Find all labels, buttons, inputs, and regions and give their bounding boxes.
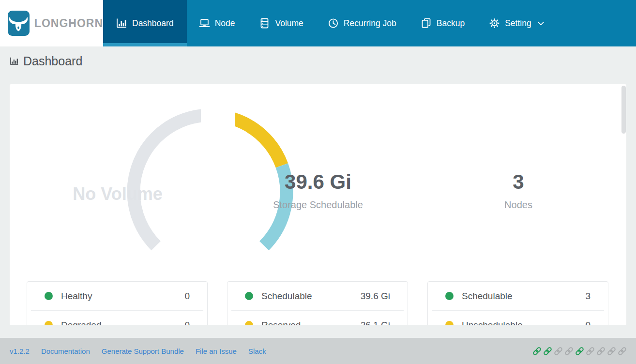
nav-item-backup[interactable]: Backup [409,0,477,46]
nav-item-dashboard[interactable]: Dashboard [103,0,187,46]
nav-item-label: Node [215,18,235,29]
nav-item-node[interactable]: Node [187,0,247,46]
node-icon [199,18,210,29]
top-navbar: LONGHORN Dashboard Node Volume Recurring… [0,0,636,46]
gauge-column: 3 Nodes Schedulable 3 Unschedulable 0 [418,84,619,325]
nav-item-recurring-job[interactable]: Recurring Job [316,0,409,46]
gauge-column: 39.6 Gi Storage Schedulable Schedulable … [218,84,418,325]
nav-item-label: Backup [437,18,465,29]
nav-item-label: Recurring Job [344,18,396,29]
footer-bar: v1.2.2DocumentationGenerate Support Bund… [0,338,636,364]
chain-link-icon-gray [585,347,595,355]
nav-item-label: Volume [275,18,303,29]
backup-icon [421,18,432,29]
legend-value: 0 [184,320,190,326]
legend-value: 3 [585,291,591,302]
legend-status-dot [245,321,253,325]
chain-link-icon-green [575,347,585,355]
scrollbar-thumb[interactable] [621,86,626,134]
node-link-indicators [532,347,627,355]
recurring-job-icon [328,18,339,29]
legend-label: Unschedulable [462,320,523,326]
footer-link-v1-2-2[interactable]: v1.2.2 [10,347,30,355]
footer-link-slack[interactable]: Slack [248,347,266,355]
legend-row: Healthy 0 [27,282,207,310]
footer-links: v1.2.2DocumentationGenerate Support Bund… [10,347,266,355]
volume-icon [259,18,270,29]
legend-row: Unschedulable 0 [428,311,608,325]
gauge-legend: Schedulable 3 Unschedulable 0 [427,281,608,325]
gauge-legend: Healthy 0 Degraded 0 [27,281,208,325]
gauge-column: No Volume Healthy 0 Degraded 0 [17,84,218,325]
legend-value: 39.6 Gi [361,291,390,302]
legend-label: Schedulable [462,291,513,302]
legend-label: Schedulable [261,291,312,302]
gauge-center-value: 3 [418,170,619,194]
chain-link-icon-gray [564,347,574,355]
legend-status-dot [45,321,53,325]
nav-item-label: Dashboard [132,18,174,29]
setting-icon [489,18,500,29]
nav-tabs: Dashboard Node Volume Recurring Job Back… [103,0,636,46]
longhorn-bull-icon [8,11,30,36]
longhorn-logo[interactable]: LONGHORN [0,0,103,46]
legend-status-dot [445,292,454,300]
legend-row: Schedulable 3 [428,282,608,310]
chain-link-icon-gray [617,347,627,355]
page-header: Dashboard [10,54,82,68]
legend-row: Degraded 0 [27,311,207,325]
brand-name: LONGHORN [34,17,103,30]
nav-item-label: Setting [505,18,531,29]
footer-link-documentation[interactable]: Documentation [41,347,90,355]
chain-link-icon-gray [596,347,606,355]
legend-label: Reserved [261,320,301,326]
legend-value: 0 [585,320,591,326]
chain-link-icon-gray [553,347,563,355]
legend-status-dot [45,292,53,300]
chain-link-icon-green [532,347,542,355]
page-title: Dashboard [23,54,82,68]
legend-label: Healthy [61,291,92,302]
legend-row: Reserved 26.1 Gi [227,311,408,325]
legend-value: 26.1 Gi [361,320,390,326]
footer-link-file-an-issue[interactable]: File an Issue [196,347,237,355]
gauge-segment-reserved [235,115,282,166]
gauge-center-label: Storage Schedulable [218,199,418,211]
dashboard-card: No Volume Healthy 0 Degraded 0 39.6 Gi S… [10,84,626,325]
active-tab-strip [103,43,187,46]
gauge-center-label: Nodes [418,199,619,211]
dashboard-icon [116,18,127,29]
dashboard-icon [10,57,19,66]
legend-label: Degraded [61,320,101,326]
nav-item-volume[interactable]: Volume [247,0,315,46]
gauge-legend: Schedulable 39.6 Gi Reserved 26.1 Gi [227,281,408,325]
chain-link-icon-gray [606,347,617,355]
gauge-segment-empty [134,115,201,246]
chevron-down-icon [537,21,545,26]
chain-link-icon-green [543,347,553,355]
legend-value: 0 [184,291,190,302]
gauge-center-value: 39.6 Gi [218,170,418,194]
legend-status-dot [445,321,454,325]
gauge-empty-text: No Volume [17,184,218,204]
nav-item-setting[interactable]: Setting [477,0,556,46]
footer-link-generate-support-bundle[interactable]: Generate Support Bundle [102,347,184,355]
legend-row: Schedulable 39.6 Gi [227,282,408,310]
legend-status-dot [245,292,253,300]
